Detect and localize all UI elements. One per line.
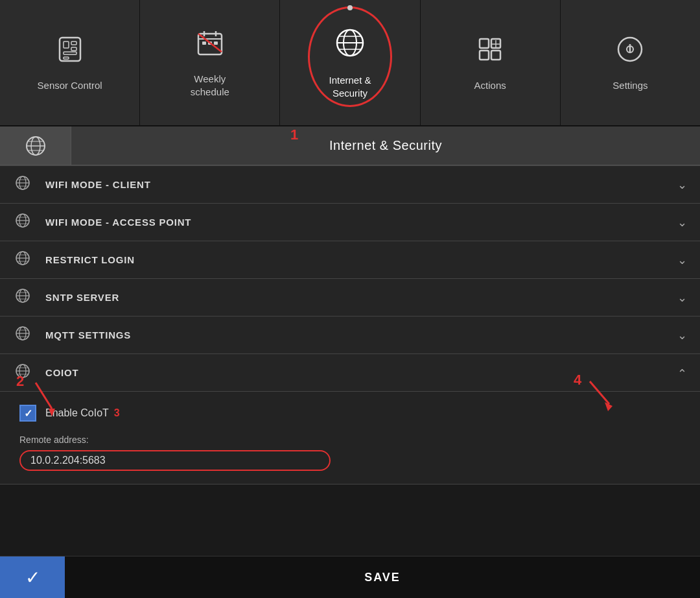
accordion-wifi-ap[interactable]: WIFI MODE - ACCESS POINT ⌄ bbox=[0, 204, 700, 241]
top-navigation: Sensor Control Weeklyschedule bbox=[0, 0, 700, 126]
enable-coiot-checkbox[interactable]: ✓ bbox=[19, 405, 36, 422]
accordion-coiot[interactable]: COIOT ⌄ bbox=[0, 354, 700, 392]
svg-rect-0 bbox=[60, 38, 80, 61]
wifi-ap-label: WIFI MODE - ACCESS POINT bbox=[45, 217, 677, 228]
restrict-login-icon bbox=[13, 250, 32, 270]
save-button[interactable]: SAVE bbox=[65, 571, 700, 584]
restrict-login-label: RESTRICT LOGIN bbox=[45, 254, 677, 265]
confirm-check-icon: ✓ bbox=[25, 567, 40, 588]
coiot-content: ✓ Enable CoIoT 3 Remote address: bbox=[0, 392, 700, 484]
internet-security-icon bbox=[333, 26, 367, 66]
actions-icon bbox=[474, 34, 506, 71]
mqtt-settings-label: MQTT SETTINGS bbox=[45, 329, 677, 341]
svg-line-13 bbox=[198, 34, 222, 52]
svg-rect-22 bbox=[491, 51, 500, 60]
wifi-ap-icon bbox=[13, 212, 32, 233]
svg-rect-4 bbox=[64, 52, 76, 54]
annotation-3: 3 bbox=[114, 407, 120, 419]
weekly-schedule-icon bbox=[194, 27, 226, 65]
svg-rect-2 bbox=[71, 42, 76, 45]
settings-icon: i bbox=[614, 34, 646, 71]
bottom-bar: ✓ SAVE bbox=[0, 556, 700, 598]
page-wrapper: Sensor Control Weeklyschedule bbox=[0, 0, 700, 484]
weekly-schedule-label: Weeklyschedule bbox=[191, 73, 229, 98]
wifi-client-label: WIFI MODE - CLIENT bbox=[45, 179, 677, 190]
remote-address-input-wrap bbox=[19, 450, 331, 471]
svg-rect-5 bbox=[64, 57, 69, 59]
svg-rect-10 bbox=[202, 42, 206, 45]
svg-rect-21 bbox=[480, 51, 489, 60]
tab-settings[interactable]: i Settings bbox=[561, 0, 700, 125]
sntp-server-label: SNTP SERVER bbox=[45, 292, 677, 303]
svg-rect-3 bbox=[71, 47, 76, 51]
sensor-control-icon bbox=[54, 34, 86, 71]
tab-weekly-schedule[interactable]: Weeklyschedule bbox=[140, 0, 280, 125]
section-header: Internet & Security bbox=[0, 126, 700, 165]
save-label: SAVE bbox=[364, 571, 401, 584]
coiot-icon bbox=[13, 363, 32, 383]
svg-text:i: i bbox=[629, 42, 632, 55]
svg-rect-19 bbox=[480, 39, 489, 48]
accordion-wifi-client[interactable]: WIFI MODE - CLIENT ⌄ bbox=[0, 166, 700, 204]
section-header-icon bbox=[0, 126, 71, 165]
section-title: Internet & Security bbox=[71, 138, 700, 153]
confirm-button[interactable]: ✓ bbox=[0, 556, 65, 599]
svg-rect-1 bbox=[64, 42, 69, 48]
mqtt-settings-chevron: ⌄ bbox=[677, 328, 687, 342]
coiot-label: COIOT bbox=[45, 367, 677, 378]
wifi-client-icon bbox=[13, 174, 32, 195]
wifi-client-chevron: ⌄ bbox=[677, 178, 687, 192]
sntp-server-icon bbox=[13, 287, 32, 308]
mqtt-settings-icon bbox=[13, 325, 32, 346]
sntp-server-chevron: ⌄ bbox=[677, 291, 687, 305]
svg-rect-12 bbox=[214, 42, 218, 45]
actions-label: Actions bbox=[474, 79, 506, 92]
remote-address-section: Remote address: bbox=[19, 435, 681, 471]
internet-security-label: Internet &Security bbox=[329, 74, 371, 99]
wifi-ap-chevron: ⌄ bbox=[677, 215, 687, 230]
enable-coiot-row: ✓ Enable CoIoT 3 bbox=[19, 405, 681, 422]
settings-label: Settings bbox=[612, 79, 648, 92]
sensor-control-label: Sensor Control bbox=[38, 79, 102, 92]
tab-actions[interactable]: Actions bbox=[421, 0, 561, 125]
checkbox-check-icon: ✓ bbox=[24, 407, 32, 420]
coiot-chevron: ⌄ bbox=[677, 366, 687, 380]
accordion-list: WIFI MODE - CLIENT ⌄ WIFI MODE - ACCESS … bbox=[0, 165, 700, 484]
accordion-restrict-login[interactable]: RESTRICT LOGIN ⌄ bbox=[0, 241, 700, 279]
accordion-mqtt-settings[interactable]: MQTT SETTINGS ⌄ bbox=[0, 317, 700, 354]
enable-coiot-label: Enable CoIoT bbox=[45, 407, 109, 419]
accordion-sntp-server[interactable]: SNTP SERVER ⌄ bbox=[0, 279, 700, 317]
restrict-login-chevron: ⌄ bbox=[677, 253, 687, 267]
tab-sensor-control[interactable]: Sensor Control bbox=[0, 0, 140, 125]
remote-address-label: Remote address: bbox=[19, 435, 681, 445]
tab-internet-security[interactable]: Internet &Security bbox=[280, 0, 420, 125]
remote-address-input[interactable] bbox=[30, 455, 320, 466]
